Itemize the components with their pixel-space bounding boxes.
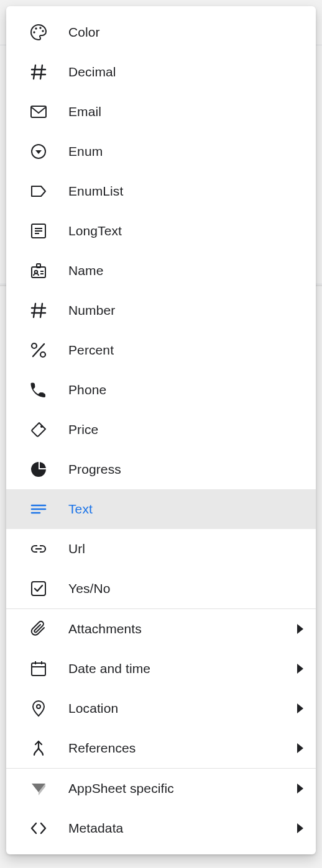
menu-item-enumlist[interactable]: EnumList bbox=[6, 171, 316, 211]
menu-item-label: Enum bbox=[68, 144, 103, 159]
menu-item-references[interactable]: References bbox=[6, 728, 316, 768]
menu-item-percent[interactable]: Percent bbox=[6, 330, 316, 370]
chevron-right-icon bbox=[297, 823, 303, 833]
menu-item-label: Attachments bbox=[68, 622, 142, 636]
palette-icon bbox=[30, 24, 47, 41]
notes-icon bbox=[30, 500, 47, 518]
menu-item-label: AppSheet specific bbox=[68, 781, 174, 796]
menu-item-attachments[interactable]: Attachments bbox=[6, 609, 316, 649]
merge-icon bbox=[30, 739, 47, 757]
article-icon bbox=[30, 222, 47, 240]
menu-item-price[interactable]: Price bbox=[6, 410, 316, 450]
menu-item-date-and-time[interactable]: Date and time bbox=[6, 649, 316, 689]
menu-item-progress[interactable]: Progress bbox=[6, 450, 316, 489]
menu-item-label: Location bbox=[68, 701, 118, 716]
menu-item-url[interactable]: Url bbox=[6, 529, 316, 569]
menu-item-color[interactable]: Color bbox=[6, 12, 316, 52]
chevron-right-icon bbox=[297, 664, 303, 674]
percent-icon bbox=[30, 341, 47, 359]
enum-icon bbox=[30, 143, 47, 160]
menu-item-label: Email bbox=[68, 104, 101, 119]
attachment-icon bbox=[30, 620, 47, 638]
menu-item-enum[interactable]: Enum bbox=[6, 132, 316, 171]
hash-icon bbox=[30, 63, 47, 81]
menu-item-label: Text bbox=[68, 502, 93, 517]
menu-item-phone[interactable]: Phone bbox=[6, 370, 316, 410]
link-icon bbox=[30, 540, 47, 558]
menu-item-metadata[interactable]: Metadata bbox=[6, 808, 316, 848]
menu-item-label: Number bbox=[68, 303, 115, 318]
menu-item-label: EnumList bbox=[68, 184, 123, 199]
email-icon bbox=[30, 103, 47, 120]
menu-item-label: LongText bbox=[68, 224, 122, 238]
menu-item-decimal[interactable]: Decimal bbox=[6, 52, 316, 92]
menu-item-location[interactable]: Location bbox=[6, 689, 316, 728]
menu-item-label: Progress bbox=[68, 462, 121, 477]
menu-item-label: Date and time bbox=[68, 661, 150, 676]
menu-item-number[interactable]: Number bbox=[6, 291, 316, 330]
menu-item-yes-no[interactable]: Yes/No bbox=[6, 569, 316, 608]
type-picker-menu[interactable]: ColorDecimalEmailEnumEnumListLongTextNam… bbox=[6, 6, 316, 854]
chevron-right-icon bbox=[297, 784, 303, 793]
menu-item-appsheet-specific[interactable]: AppSheet specific bbox=[6, 769, 316, 808]
appsheet-icon bbox=[30, 780, 47, 797]
menu-item-email[interactable]: Email bbox=[6, 92, 316, 132]
menu-item-label: Percent bbox=[68, 343, 114, 358]
menu-item-label: Phone bbox=[68, 382, 106, 397]
menu-item-label: Name bbox=[68, 263, 103, 278]
chevron-right-icon bbox=[297, 743, 303, 753]
code-icon bbox=[30, 820, 47, 837]
checkbox-icon bbox=[30, 580, 47, 597]
chevron-right-icon bbox=[297, 624, 303, 634]
menu-item-longtext[interactable]: LongText bbox=[6, 211, 316, 251]
menu-item-label: Yes/No bbox=[68, 581, 111, 596]
hash-icon bbox=[30, 302, 47, 319]
badge-icon bbox=[30, 262, 47, 279]
menu-item-text[interactable]: Text bbox=[6, 489, 316, 529]
menu-item-name[interactable]: Name bbox=[6, 251, 316, 291]
menu-item-label: References bbox=[68, 741, 136, 756]
tag-icon bbox=[30, 421, 47, 438]
phone-icon bbox=[30, 381, 47, 399]
menu-item-label: Url bbox=[68, 541, 85, 556]
calendar-icon bbox=[30, 660, 47, 677]
pie-icon bbox=[30, 461, 47, 478]
menu-item-label: Price bbox=[68, 422, 98, 437]
menu-item-label: Metadata bbox=[68, 821, 123, 836]
location-icon bbox=[30, 700, 47, 717]
chevron-right-icon bbox=[297, 703, 303, 713]
menu-item-label: Color bbox=[68, 25, 100, 40]
label-icon bbox=[30, 183, 47, 200]
menu-item-label: Decimal bbox=[68, 65, 116, 79]
